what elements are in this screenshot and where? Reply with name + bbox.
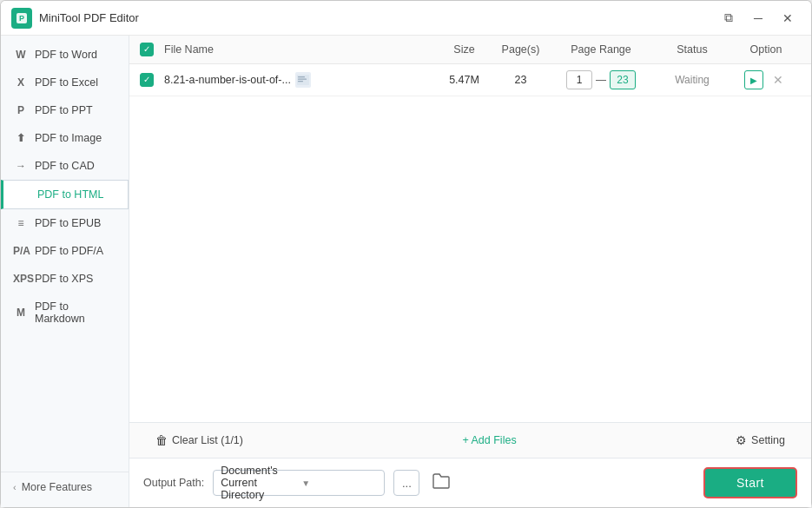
col-header-pages: Page(s) [492, 43, 549, 56]
output-dots-button[interactable]: ... [393, 470, 419, 496]
sidebar-label-pdf-to-cad: PDF to CAD [35, 160, 95, 172]
sidebar-item-pdf-to-cad[interactable]: → PDF to CAD [1, 152, 129, 180]
col-header-option: Option [731, 43, 801, 56]
trash-icon: 🗑 [155, 433, 168, 447]
window-controls: ⧉ ─ ✕ [716, 7, 801, 30]
file-thumbnail-icon [295, 72, 311, 88]
row-options-cell: ▶ ✕ [731, 70, 801, 89]
row-size: 5.47M [436, 74, 492, 86]
sidebar-label-pdf-to-pdfa: PDF to PDF/A [35, 245, 103, 257]
chevron-left-icon: ‹ [13, 482, 17, 492]
col-header-filename: File Name [164, 43, 436, 56]
sidebar-label-pdf-to-ppt: PDF to PPT [35, 104, 93, 116]
add-files-button[interactable]: + Add Files [450, 430, 528, 451]
svg-rect-3 [298, 76, 305, 77]
sidebar-label-pdf-to-epub: PDF to EPUB [35, 217, 101, 229]
sidebar-item-pdf-to-ppt[interactable]: P PDF to PPT [1, 96, 129, 124]
more-features-label: More Features [22, 481, 92, 493]
file-table: File Name Size Page(s) Page Range Status… [129, 36, 811, 422]
output-path-row: Output Path: Document's Current Director… [129, 458, 811, 507]
sidebar-item-pdf-to-markdown[interactable]: M PDF to Markdown [1, 293, 129, 333]
col-header-size: Size [436, 43, 492, 56]
sidebar: W PDF to Word X PDF to Excel P PDF to PP… [1, 36, 129, 507]
sidebar-label-pdf-to-excel: PDF to Excel [35, 76, 98, 89]
sidebar-label-pdf-to-xps: PDF to XPS [35, 273, 93, 285]
table-header: File Name Size Page(s) Page Range Status… [129, 36, 811, 64]
sidebar-icon-pdf-to-image: ⬆ [13, 132, 29, 144]
svg-rect-5 [298, 81, 303, 82]
table-body: 8.21-a-number-is-out-of-... 5.47M [129, 64, 811, 422]
right-panel: File Name Size Page(s) Page Range Status… [129, 36, 811, 507]
table-row: 8.21-a-number-is-out-of-... 5.47M [129, 64, 811, 96]
sidebar-icon-pdf-to-pdfa: P/A [13, 245, 29, 257]
sidebar-icon-pdf-to-ppt: P [13, 104, 29, 116]
dots-label: ... [402, 477, 412, 490]
sidebar-item-pdf-to-word[interactable]: W PDF to Word [1, 41, 129, 69]
header-check [140, 43, 164, 56]
chevron-down-icon: ▼ [301, 478, 377, 488]
range-dash-icon: — [596, 74, 606, 86]
select-all-checkbox[interactable] [140, 43, 154, 56]
app-logo: P [11, 8, 32, 29]
sidebar-item-pdf-to-excel[interactable]: X PDF to Excel [1, 69, 129, 96]
more-features-button[interactable]: ‹ More Features [1, 472, 129, 502]
row-action-icons: ▶ ✕ [731, 70, 801, 89]
row-delete-button[interactable]: ✕ [769, 70, 788, 89]
add-files-label: + Add Files [462, 434, 516, 446]
restore-button[interactable]: ⧉ [716, 7, 742, 30]
svg-text:P: P [19, 14, 24, 23]
row-range-cell: — [549, 70, 653, 89]
setting-icon: ⚙ [736, 433, 747, 447]
output-directory-dropdown[interactable]: Document's Current Directory ▼ [213, 470, 385, 496]
sidebar-icon-pdf-to-xps: XPS [13, 273, 29, 285]
clear-list-button[interactable]: 🗑 Clear List (1/1) [143, 429, 255, 452]
sidebar-icon-pdf-to-cad: → [13, 160, 29, 172]
clear-list-label: Clear List (1/1) [172, 434, 243, 446]
start-button[interactable]: Start [703, 467, 797, 498]
output-directory-value: Document's Current Directory [221, 465, 296, 501]
sidebar-icon-pdf-to-markdown: M [13, 307, 29, 319]
page-range-control: — [549, 70, 653, 89]
row-checkbox[interactable] [140, 73, 154, 87]
status-label: Waiting [675, 74, 710, 86]
folder-icon [432, 473, 450, 492]
sidebar-item-pdf-to-html[interactable]: PDF to HTML [1, 180, 129, 209]
sidebar-item-pdf-to-xps[interactable]: XPS PDF to XPS [1, 265, 129, 293]
row-filename-cell: 8.21-a-number-is-out-of-... [164, 72, 436, 88]
minimize-button[interactable]: ─ [745, 7, 771, 30]
row-check-cell [140, 73, 164, 87]
sidebar-icon-pdf-to-excel: X [13, 76, 29, 89]
main-content: W PDF to Word X PDF to Excel P PDF to PP… [1, 36, 811, 507]
output-path-label: Output Path: [143, 477, 204, 489]
output-folder-button[interactable] [428, 470, 454, 496]
svg-rect-4 [298, 79, 307, 80]
setting-button[interactable]: ⚙ Setting [723, 429, 797, 452]
row-play-button[interactable]: ▶ [744, 70, 763, 89]
app-title: MiniTool PDF Editor [39, 11, 716, 24]
sidebar-label-pdf-to-html: PDF to HTML [37, 188, 103, 201]
sidebar-item-pdf-to-epub[interactable]: ≡ PDF to EPUB [1, 209, 129, 237]
range-end-input[interactable] [610, 70, 636, 89]
sidebar-item-pdf-to-pdfa[interactable]: P/A PDF to PDF/A [1, 237, 129, 265]
sidebar-label-pdf-to-word: PDF to Word [35, 49, 97, 61]
sidebar-icon-pdf-to-word: W [13, 49, 29, 61]
close-button[interactable]: ✕ [775, 7, 801, 30]
sidebar-item-pdf-to-image[interactable]: ⬆ PDF to Image [1, 124, 129, 152]
sidebar-label-pdf-to-markdown: PDF to Markdown [35, 300, 116, 325]
setting-label: Setting [751, 434, 785, 446]
toolbar-row: 🗑 Clear List (1/1) + Add Files ⚙ Setting [129, 422, 811, 458]
sidebar-label-pdf-to-image: PDF to Image [35, 132, 102, 144]
row-status: Waiting [653, 74, 731, 86]
title-bar: P MiniTool PDF Editor ⧉ ─ ✕ [1, 1, 811, 36]
sidebar-icon-pdf-to-epub: ≡ [13, 217, 29, 229]
col-header-status: Status [653, 43, 731, 56]
row-filename: 8.21-a-number-is-out-of-... [164, 74, 291, 86]
app-window: P MiniTool PDF Editor ⧉ ─ ✕ W PDF to Wor… [0, 0, 812, 508]
col-header-range: Page Range [549, 43, 653, 56]
range-start-input[interactable] [566, 70, 592, 89]
row-pages: 23 [492, 74, 549, 86]
svg-rect-2 [297, 75, 309, 85]
